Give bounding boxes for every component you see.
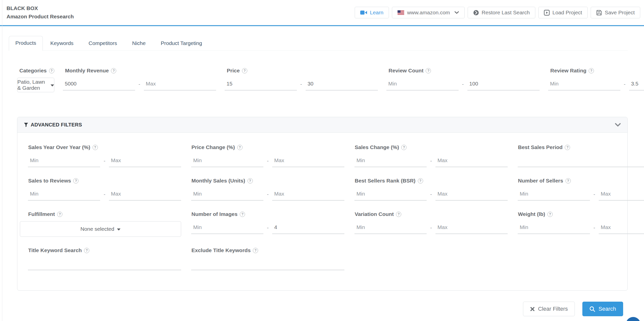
sales-change-range: -: [354, 154, 508, 167]
help-icon[interactable]: [237, 145, 243, 150]
tab-products[interactable]: Products: [9, 36, 43, 51]
price-min-input[interactable]: [225, 78, 297, 90]
us-flag-icon: [397, 10, 404, 15]
help-icon[interactable]: [240, 212, 245, 217]
footer-actions: Clear Filters Search: [0, 302, 623, 316]
review-rating-min-input[interactable]: [548, 78, 620, 90]
monthly-sales-max-input[interactable]: [272, 188, 344, 201]
variation-count-min-input[interactable]: [354, 221, 427, 234]
help-icon[interactable]: [57, 212, 62, 217]
monthly-revenue-range: -: [63, 78, 216, 90]
bsr-range: -: [354, 188, 508, 201]
save-icon: [596, 10, 602, 16]
tab-competitors[interactable]: Competitors: [81, 36, 125, 51]
help-icon[interactable]: [396, 212, 401, 217]
number-of-sellers-min-input[interactable]: [518, 188, 590, 201]
primary-filters: Categories Patio, Lawn & Garden Monthly …: [17, 68, 628, 98]
advanced-filters-header[interactable]: ADVANCED FILTERS: [17, 117, 627, 133]
price-change-max-input[interactable]: [272, 154, 344, 167]
help-icon[interactable]: [253, 248, 258, 253]
search-label: Search: [598, 306, 616, 312]
help-icon[interactable]: [566, 178, 571, 184]
sales-yoy-label-text: Sales Year Over Year (%): [28, 144, 90, 150]
chevron-down-icon: [454, 11, 459, 14]
filter-number-of-images: Number of Images -: [191, 211, 344, 237]
bsr-max-input[interactable]: [435, 188, 508, 201]
sales-yoy-max-input[interactable]: [109, 154, 181, 167]
sales-to-reviews-min-input[interactable]: [28, 188, 100, 201]
sales-change-max-input[interactable]: [435, 154, 508, 167]
sales-change-min-input[interactable]: [354, 154, 427, 167]
help-icon[interactable]: [111, 68, 116, 73]
number-of-images-max-input[interactable]: [272, 221, 344, 234]
price-label: Price: [225, 68, 378, 74]
clear-filters-button[interactable]: Clear Filters: [523, 302, 575, 316]
best-sales-period-label: Best Sales Period: [518, 144, 644, 150]
number-of-images-min-input[interactable]: [191, 221, 263, 234]
monthly-revenue-max-input[interactable]: [144, 78, 216, 90]
help-icon[interactable]: [547, 212, 553, 217]
best-sales-period-control: [518, 154, 644, 167]
filter-review-count: Review Count -: [386, 68, 540, 98]
title-keyword-search-input[interactable]: [28, 257, 181, 270]
exclude-title-keywords-input[interactable]: [191, 257, 344, 270]
help-icon[interactable]: [84, 248, 89, 253]
filter-number-of-sellers: Number of Sellers -: [518, 178, 644, 201]
bsr-min-input[interactable]: [354, 188, 427, 201]
range-separator: -: [593, 225, 595, 231]
price-max-input[interactable]: [306, 78, 378, 90]
help-icon[interactable]: [73, 178, 78, 184]
title-keyword-search-control: [28, 257, 181, 270]
price-change-min-input[interactable]: [191, 154, 263, 167]
weight-min-input[interactable]: [518, 221, 590, 234]
load-project-button[interactable]: Load Project: [538, 7, 588, 18]
caret-down-icon: [51, 84, 54, 86]
tab-keywords[interactable]: Keywords: [43, 36, 81, 51]
help-icon[interactable]: [426, 68, 431, 73]
tab-niche[interactable]: Niche: [125, 36, 153, 51]
categories-select[interactable]: Patio, Lawn & Garden: [17, 78, 54, 92]
app-header: BLACK BOX Amazon Product Research Learn …: [0, 0, 644, 26]
sales-yoy-min-input[interactable]: [28, 154, 100, 167]
review-rating-max-input[interactable]: [629, 78, 644, 90]
monthly-revenue-min-input[interactable]: [63, 78, 135, 90]
help-icon[interactable]: [93, 145, 98, 150]
collapse-chevron-icon[interactable]: [615, 123, 621, 127]
search-button[interactable]: Search: [582, 302, 623, 316]
exclude-title-keywords-control: [191, 257, 344, 270]
help-icon[interactable]: [565, 145, 570, 150]
review-count-max-input[interactable]: [467, 78, 540, 90]
help-icon[interactable]: [49, 68, 54, 73]
range-separator: -: [430, 191, 432, 197]
restore-last-search-button[interactable]: Restore Last Search: [468, 7, 535, 18]
help-icon[interactable]: [248, 178, 253, 184]
variation-count-range: -: [354, 221, 508, 234]
weight-max-input[interactable]: [599, 221, 644, 234]
save-project-button[interactable]: Save Project: [591, 7, 640, 18]
help-icon[interactable]: [418, 178, 423, 184]
variation-count-max-input[interactable]: [435, 221, 508, 234]
fulfillment-select[interactable]: None selected: [20, 221, 181, 237]
filter-fulfillment: Fulfillment None selected: [28, 211, 181, 237]
monthly-sales-min-input[interactable]: [191, 188, 263, 201]
exclude-title-keywords-label-text: Exclude Title Keywords: [191, 247, 251, 253]
fulfillment-selected-value: None selected: [80, 226, 114, 232]
advanced-filters-panel: ADVANCED FILTERS Sales Year Over Year (%…: [17, 117, 628, 291]
learn-button[interactable]: Learn: [355, 7, 389, 18]
tab-product-targeting[interactable]: Product Targeting: [153, 36, 210, 51]
range-separator: -: [593, 191, 595, 197]
range-separator: -: [300, 81, 302, 87]
filter-review-rating: Review Rating -: [548, 68, 644, 98]
review-count-min-input[interactable]: [386, 78, 459, 90]
help-icon[interactable]: [589, 68, 594, 73]
range-separator: -: [430, 158, 432, 164]
chat-widget-button[interactable]: [626, 317, 640, 321]
help-icon[interactable]: [401, 145, 407, 150]
sales-to-reviews-label: Sales to Reviews: [28, 178, 181, 184]
help-icon[interactable]: [242, 68, 247, 73]
number-of-sellers-max-input[interactable]: [599, 188, 644, 201]
restore-label: Restore Last Search: [482, 10, 530, 16]
best-sales-period-input[interactable]: [518, 154, 644, 167]
marketplace-select[interactable]: www.amazon.com: [392, 7, 464, 18]
sales-to-reviews-max-input[interactable]: [109, 188, 181, 201]
